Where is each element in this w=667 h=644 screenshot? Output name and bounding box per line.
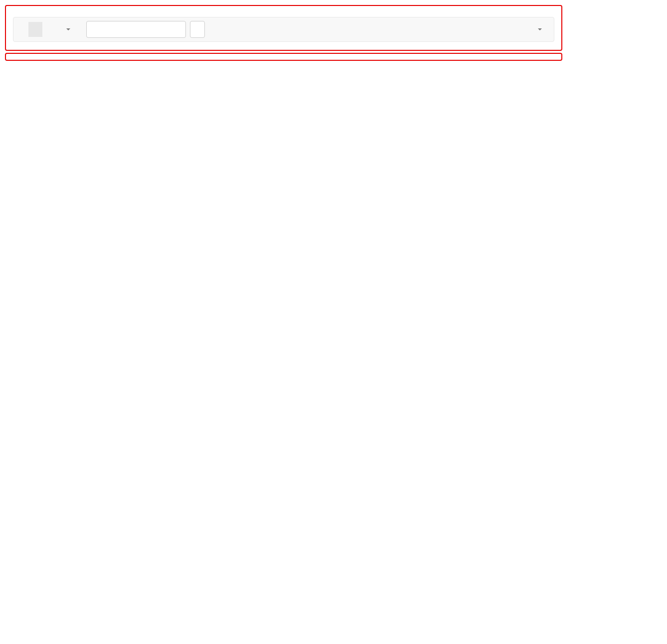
chevron-down-icon <box>66 28 70 30</box>
submit-button[interactable] <box>190 21 205 38</box>
example-panel <box>5 5 562 51</box>
chevron-down-icon <box>538 28 542 30</box>
search-input[interactable] <box>86 21 186 38</box>
nav-dropdown-right[interactable] <box>528 21 549 38</box>
nav-link-right[interactable] <box>514 22 528 37</box>
nav-dropdown-left[interactable] <box>56 21 77 38</box>
nav-link-active[interactable] <box>28 22 42 37</box>
sidebar <box>567 0 667 71</box>
navbar <box>13 17 554 42</box>
nav-link-2[interactable] <box>42 22 56 37</box>
code-panel <box>5 53 562 61</box>
